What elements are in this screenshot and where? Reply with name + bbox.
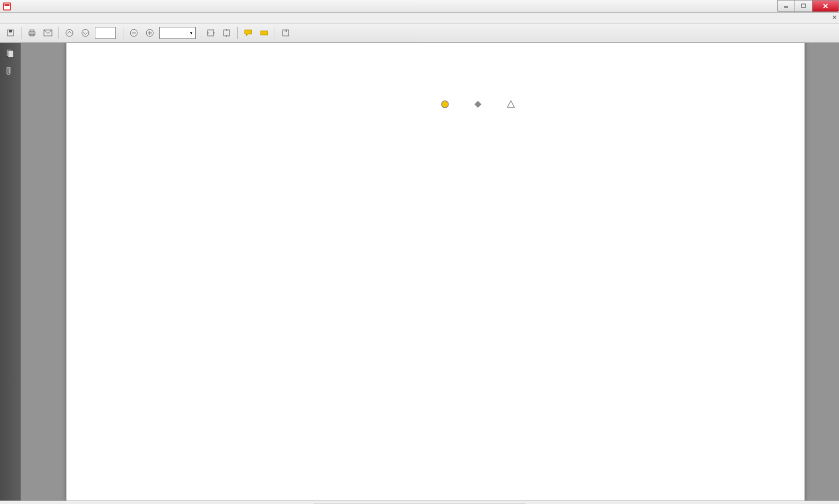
toolbar-separator — [58, 27, 59, 39]
highlight-icon[interactable] — [258, 26, 271, 39]
document-area[interactable] — [20, 43, 839, 501]
page-down-icon[interactable] — [79, 26, 92, 39]
toolbar: ▼ — [0, 23, 839, 43]
workspace — [0, 43, 839, 501]
attachments-panel-icon[interactable] — [3, 65, 16, 78]
zoom-input[interactable] — [160, 27, 187, 38]
read-mode-icon[interactable] — [279, 26, 292, 39]
svg-rect-7 — [30, 30, 34, 32]
app-icon — [3, 2, 11, 10]
toolbar-separator — [200, 27, 200, 39]
comment-bubble-icon[interactable] — [242, 26, 255, 39]
title-bar — [0, 0, 839, 13]
svg-rect-1 — [802, 4, 806, 7]
toolbar-separator — [275, 27, 275, 39]
menu-visa[interactable] — [18, 17, 26, 18]
chart-plot — [183, 92, 778, 451]
zoom-out-icon[interactable] — [127, 26, 140, 39]
email-icon[interactable] — [41, 26, 54, 39]
fit-page-icon[interactable] — [220, 26, 233, 39]
zoom-combo[interactable]: ▼ — [159, 27, 196, 39]
page-up-icon[interactable] — [63, 26, 76, 39]
status-bar: III — [0, 501, 839, 504]
toolbar-separator — [123, 27, 123, 39]
document-close-icon[interactable]: ✕ — [832, 14, 837, 21]
chevron-down-icon[interactable]: ▼ — [187, 27, 195, 38]
menu-redigera[interactable] — [10, 17, 18, 18]
menu-hjalp[interactable] — [34, 17, 42, 18]
svg-rect-26 — [8, 50, 13, 57]
zoom-in-icon[interactable] — [143, 26, 156, 39]
maximize-button[interactable] — [795, 0, 813, 12]
side-panel — [0, 43, 20, 501]
pdf-page — [66, 43, 805, 501]
svg-rect-23 — [261, 31, 268, 35]
svg-point-11 — [82, 29, 89, 36]
print-icon[interactable] — [25, 26, 38, 39]
svg-rect-5 — [9, 30, 12, 32]
pages-panel-icon[interactable] — [3, 47, 16, 60]
svg-point-10 — [66, 29, 73, 36]
menu-arkiv[interactable] — [2, 17, 10, 18]
fit-width-icon[interactable] — [204, 26, 217, 39]
toolbar-separator — [237, 27, 238, 39]
minimize-button[interactable] — [777, 0, 795, 12]
menu-bar — [0, 13, 839, 23]
menu-fonster[interactable] — [26, 17, 34, 18]
close-button[interactable] — [812, 0, 839, 12]
toolbar-separator — [21, 27, 21, 39]
save-icon[interactable] — [4, 26, 17, 39]
page-number-input[interactable] — [95, 27, 116, 39]
